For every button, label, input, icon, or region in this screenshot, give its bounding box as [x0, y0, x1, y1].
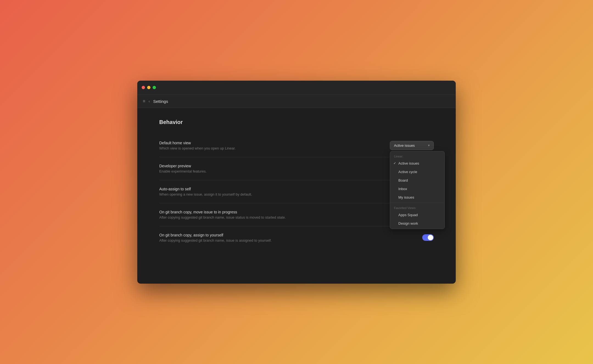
setting-label-assign: Auto-assign to self	[159, 187, 416, 191]
section-title: Behavior	[159, 119, 434, 125]
setting-desc-home-view: Which view is opened when you open up Li…	[159, 146, 383, 150]
dropdown-item-active-cycle[interactable]: Active cycle	[390, 168, 444, 176]
setting-desc-dev: Enable experimental features.	[159, 169, 416, 173]
maximize-button[interactable]	[153, 86, 156, 89]
setting-control-home-view: Active issues ▾ Linear: Active issues Ac…	[390, 141, 434, 150]
setting-label-home-view: Default home view	[159, 141, 383, 145]
setting-text-dev: Developer preview Enable experimental fe…	[159, 164, 416, 173]
dropdown-divider	[390, 203, 444, 203]
chevron-down-icon: ▾	[428, 143, 430, 147]
setting-text-git-assign: On git branch copy, assign to yourself A…	[159, 233, 416, 242]
close-button[interactable]	[142, 86, 145, 89]
dropdown-item-active-issues[interactable]: Active issues	[390, 159, 444, 168]
setting-label-dev: Developer preview	[159, 164, 416, 168]
setting-control-git-assign	[422, 234, 434, 241]
dropdown-item-design-work[interactable]: Design work	[390, 219, 444, 228]
toggle-knob	[428, 235, 433, 240]
dropdown-section-linear: Linear:	[390, 153, 444, 159]
setting-label-git-assign: On git branch copy, assign to yourself	[159, 233, 416, 237]
dropdown-section-favorited: Favorited Views:	[390, 204, 444, 211]
setting-default-home-view: Default home view Which view is opened w…	[159, 134, 434, 157]
setting-desc-assign: When opening a new issue, assign it to y…	[159, 192, 416, 196]
setting-label-git-progress: On git branch copy, move issue to in pro…	[159, 210, 416, 214]
setting-desc-git-progress: After copying suggested git branch name,…	[159, 215, 416, 219]
back-icon[interactable]: ‹	[149, 99, 150, 103]
dropdown-item-my-issues[interactable]: My issues	[390, 193, 444, 202]
setting-text: Default home view Which view is opened w…	[159, 141, 383, 150]
dropdown-item-inbox[interactable]: Inbox	[390, 185, 444, 193]
dropdown-selected-value: Active issues	[394, 143, 415, 148]
setting-text-assign: Auto-assign to self When opening a new i…	[159, 187, 416, 196]
setting-desc-git-assign: After copying suggested git branch name,…	[159, 238, 416, 242]
page-title: Settings	[153, 99, 168, 104]
home-view-dropdown: Active issues ▾ Linear: Active issues Ac…	[390, 141, 434, 150]
menu-icon[interactable]: ≡	[143, 99, 145, 104]
app-window: ≡ ‹ Settings Behavior Default home view …	[137, 81, 456, 284]
setting-text-git-progress: On git branch copy, move issue to in pro…	[159, 210, 416, 219]
titlebar	[137, 81, 456, 95]
dropdown-item-apps-squad[interactable]: Apps Squad	[390, 211, 444, 219]
dropdown-item-board[interactable]: Board	[390, 176, 444, 185]
header-nav: ≡ ‹ Settings	[137, 95, 456, 108]
content-area: Behavior Default home view Which view is…	[137, 108, 456, 284]
setting-git-assign: On git branch copy, assign to yourself A…	[159, 226, 434, 249]
home-view-dropdown-button[interactable]: Active issues ▾	[390, 141, 434, 150]
git-assign-toggle[interactable]	[422, 234, 434, 241]
home-view-dropdown-menu: Linear: Active issues Active cycle Board…	[390, 151, 445, 229]
minimize-button[interactable]	[147, 86, 150, 89]
